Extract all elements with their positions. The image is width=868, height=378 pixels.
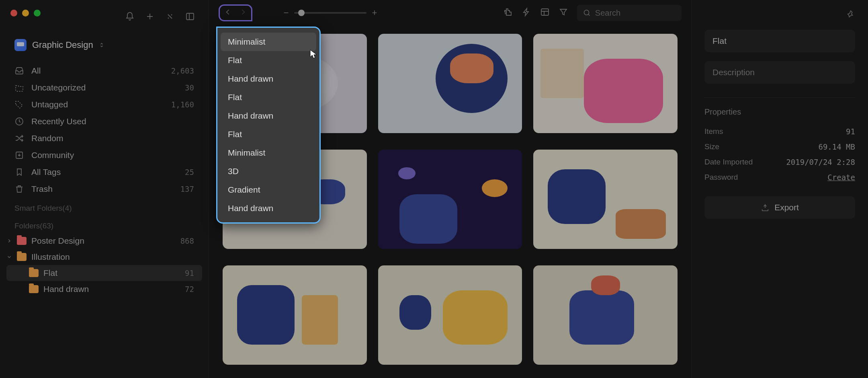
prop-value: 69.14 MB <box>818 142 855 151</box>
sidebar-item-community[interactable]: Community <box>0 147 209 164</box>
bell-icon[interactable] <box>125 12 135 23</box>
history-dropdown: Minimalist Flat Hand drawn Flat Hand dra… <box>216 27 321 224</box>
download-icon <box>14 150 24 160</box>
prop-password: Password Create <box>704 170 855 185</box>
sidebar-item-label: Trash <box>31 184 53 194</box>
subfolder-flat[interactable]: Flat 91 <box>6 265 202 281</box>
filter-icon[interactable] <box>559 7 568 18</box>
sidebar-item-label: Untagged <box>31 100 68 109</box>
back-button[interactable] <box>224 8 232 18</box>
folder-poster-design[interactable]: Poster Design 868 <box>0 233 209 249</box>
dropdown-item[interactable]: Flat <box>221 125 316 144</box>
prop-label: Password <box>704 173 738 182</box>
minimize-window-button[interactable] <box>22 10 29 16</box>
zoom-out-icon[interactable]: − <box>282 8 290 18</box>
folder-label: Illustration <box>31 252 70 262</box>
description-field[interactable]: Description <box>704 61 855 84</box>
dropdown-item[interactable]: Hand drawn <box>221 199 316 218</box>
dropdown-item[interactable]: Flat <box>221 51 316 70</box>
dropdown-item[interactable]: 3D <box>221 162 316 181</box>
folder-dashed-icon <box>14 83 24 92</box>
layout-icon[interactable] <box>540 7 550 18</box>
chevron-right-icon <box>6 238 12 244</box>
sidebar-item-count: 30 <box>185 83 194 92</box>
sidebar-item-label: All Tags <box>31 167 61 177</box>
svg-rect-3 <box>541 9 549 15</box>
dropdown-item[interactable]: Minimalist <box>221 33 316 51</box>
sidebar-item-all[interactable]: All 2,603 <box>0 62 209 79</box>
prop-label: Items <box>704 127 723 136</box>
title-field[interactable]: Flat <box>704 30 855 52</box>
svg-rect-0 <box>186 13 194 20</box>
prop-value: 2019/07/24 2:28 <box>786 158 855 166</box>
thumbnail[interactable] <box>378 150 522 249</box>
sidebar-item-trash[interactable]: Trash 137 <box>0 181 209 197</box>
sidebar-item-count: 25 <box>185 168 194 177</box>
thumbnail[interactable] <box>378 34 522 133</box>
sidebar-item-count: 1,160 <box>171 100 194 109</box>
search-field[interactable] <box>577 5 682 21</box>
properties-heading: Properties <box>704 97 855 117</box>
folder-count: 72 <box>185 285 194 294</box>
forward-button[interactable] <box>239 8 247 18</box>
prop-label: Date Imported <box>704 158 753 166</box>
dropdown-item[interactable]: Hand drawn <box>221 107 316 125</box>
svg-point-4 <box>584 10 589 15</box>
sidebar-item-count: 137 <box>180 185 194 193</box>
dropdown-item[interactable]: Minimalist <box>221 144 316 162</box>
chevron-updown-icon <box>99 42 104 48</box>
pin-icon <box>846 10 855 18</box>
thumbnail[interactable] <box>378 265 522 365</box>
sidebar-item-label: Community <box>31 150 74 160</box>
sidebar-item-recent[interactable]: Recently Used <box>0 113 209 130</box>
thumbnail[interactable] <box>533 34 678 133</box>
inspector-panel: Flat Description Properties Items 91 Siz… <box>691 0 868 378</box>
search-input[interactable] <box>595 8 676 18</box>
bolt-icon[interactable] <box>522 7 531 18</box>
extensions-icon[interactable] <box>503 7 513 18</box>
smart-folders-header[interactable]: Smart Folders(4) <box>0 197 209 215</box>
slider-track[interactable] <box>294 12 366 14</box>
thumbnail[interactable] <box>223 265 367 365</box>
thumbnail[interactable] <box>533 265 678 365</box>
cursor-pointer-icon <box>309 49 317 60</box>
shuffle-icon <box>14 134 24 143</box>
library-selector[interactable]: Graphic Design <box>0 39 209 51</box>
main-content: − + Minimalist Flat Hand drawn Fl <box>209 0 691 378</box>
sidebar-item-tags[interactable]: All Tags 25 <box>0 164 209 181</box>
folder-icon <box>17 237 27 245</box>
export-button[interactable]: Export <box>704 196 855 219</box>
description-placeholder: Description <box>712 68 755 77</box>
title-text: Flat <box>712 36 727 45</box>
folder-label: Hand drawn <box>43 284 89 294</box>
thumbnail[interactable] <box>533 150 678 249</box>
sidebar-item-label: Uncategorized <box>31 83 86 92</box>
subfolder-hand-drawn[interactable]: Hand drawn 72 <box>0 281 209 297</box>
sidebar-item-random[interactable]: Random <box>0 130 209 147</box>
pin-button[interactable] <box>704 10 855 18</box>
dropdown-item[interactable]: Hand drawn <box>221 70 316 88</box>
folder-illustration[interactable]: Illustration <box>0 249 209 265</box>
bookmark-icon <box>14 167 24 177</box>
dropdown-item[interactable]: Flat <box>221 88 316 107</box>
plus-icon[interactable] <box>145 12 155 23</box>
password-create-link[interactable]: Create <box>827 173 855 182</box>
dropdown-item[interactable]: Gradient <box>221 181 316 199</box>
folders-header[interactable]: Folders(63) <box>0 215 209 233</box>
prop-items: Items 91 <box>704 124 855 139</box>
maximize-window-button[interactable] <box>34 10 41 16</box>
prop-size: Size 69.14 MB <box>704 139 855 154</box>
close-window-button[interactable] <box>10 10 17 16</box>
history-nav <box>219 4 252 21</box>
slider-thumb[interactable] <box>298 10 305 16</box>
clock-icon <box>14 117 24 126</box>
library-name: Graphic Design <box>32 40 93 50</box>
zoom-slider[interactable]: − + <box>282 8 379 18</box>
sidebar-toggle-icon[interactable] <box>185 12 195 23</box>
tag-dashed-icon <box>14 100 24 109</box>
sidebar-item-uncategorized[interactable]: Uncategorized 30 <box>0 79 209 96</box>
zoom-in-icon[interactable]: + <box>371 8 379 18</box>
folder-label: Flat <box>43 268 57 278</box>
sidebar-item-untagged[interactable]: Untagged 1,160 <box>0 96 209 113</box>
sync-icon[interactable] <box>165 12 175 23</box>
